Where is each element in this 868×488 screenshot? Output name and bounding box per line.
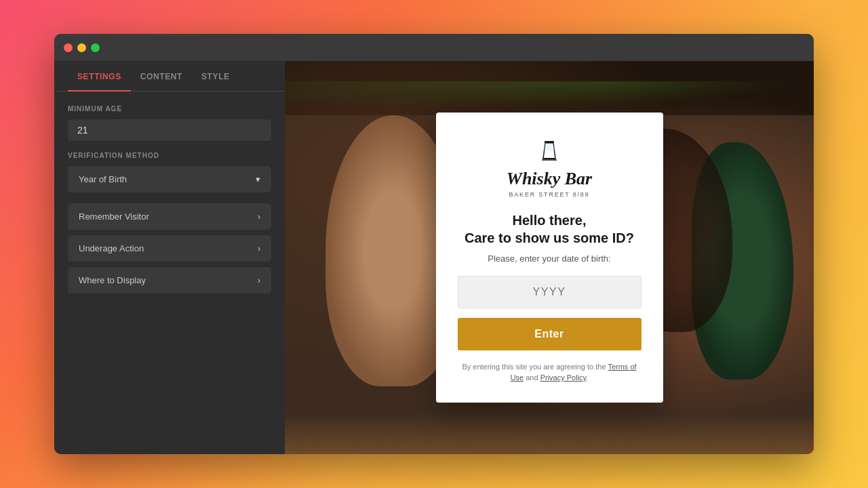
verification-method-label: VERIFICATION METHOD (54, 152, 285, 159)
remember-visitor-row[interactable]: Remember Visitor › (68, 203, 271, 230)
browser-window: SETTINGS CONTENT STYLE MINIMUM AGE VERIF… (54, 34, 814, 454)
modal-subtext: Please, enter your date of birth: (458, 253, 642, 264)
minimum-age-label: MINIMUM AGE (68, 105, 271, 113)
remember-visitor-label: Remember Visitor (79, 211, 149, 222)
tab-style[interactable]: STYLE (192, 61, 239, 91)
age-verification-modal: Whisky Bar BAKER STREET 8/88 Hello there… (436, 113, 663, 403)
sidebar: SETTINGS CONTENT STYLE MINIMUM AGE VERIF… (54, 61, 285, 454)
traffic-light-red[interactable] (64, 43, 73, 52)
chevron-right-icon-3: › (258, 275, 260, 285)
chevron-down-icon: ▾ (256, 174, 260, 184)
underage-action-label: Underage Action (79, 243, 144, 253)
browser-content: SETTINGS CONTENT STYLE MINIMUM AGE VERIF… (54, 61, 814, 454)
brand-subtitle: BAKER STREET 8/88 (458, 191, 642, 198)
modal-overlay: Whisky Bar BAKER STREET 8/88 Hello there… (285, 61, 814, 454)
chevron-right-icon-2: › (258, 243, 260, 253)
year-input[interactable] (458, 276, 642, 308)
where-to-display-label: Where to Display (79, 275, 146, 285)
svg-point-3 (552, 146, 554, 148)
traffic-light-green[interactable] (91, 43, 100, 52)
underage-action-row[interactable]: Underage Action › (68, 235, 271, 262)
modal-legal-text: By entering this site you are agreeing t… (458, 361, 642, 384)
minimum-age-input[interactable] (68, 119, 271, 141)
sidebar-tabs: SETTINGS CONTENT STYLE (54, 61, 285, 92)
browser-chrome (54, 34, 814, 61)
chevron-right-icon: › (258, 211, 260, 222)
minimum-age-section: MINIMUM AGE (54, 105, 285, 141)
whisky-glass-icon (536, 137, 563, 167)
brand-name: Whisky Bar (458, 169, 642, 189)
privacy-policy-link[interactable]: Privacy Policy (540, 373, 587, 382)
tab-content[interactable]: CONTENT (131, 61, 192, 91)
traffic-lights (64, 43, 100, 52)
where-to-display-row[interactable]: Where to Display › (68, 267, 271, 293)
verification-method-dropdown[interactable]: Year of Birth ▾ (68, 166, 271, 192)
verification-method-value: Year of Birth (79, 174, 127, 184)
tab-settings[interactable]: SETTINGS (68, 61, 131, 91)
enter-button[interactable]: Enter (458, 318, 642, 350)
traffic-light-yellow[interactable] (77, 43, 86, 52)
main-content: Whisky Bar BAKER STREET 8/88 Hello there… (285, 61, 814, 454)
verification-method-section: VERIFICATION METHOD Year of Birth ▾ (54, 152, 285, 198)
modal-heading: Hello there, Care to show us some ID? (458, 211, 642, 247)
modal-logo: Whisky Bar BAKER STREET 8/88 (458, 137, 642, 198)
